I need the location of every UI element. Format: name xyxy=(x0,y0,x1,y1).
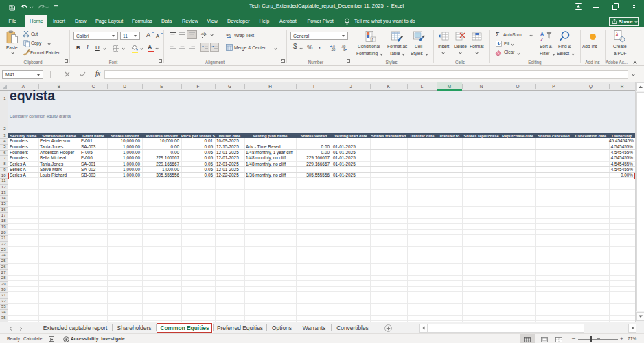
svg-text:Z: Z xyxy=(540,37,544,42)
svg-text:.00: .00 xyxy=(331,48,336,52)
svg-text:A: A xyxy=(540,32,544,36)
svg-text:λ: λ xyxy=(615,32,619,37)
svg-text:ab: ab xyxy=(226,32,231,36)
svg-text:ab: ab xyxy=(201,32,206,36)
